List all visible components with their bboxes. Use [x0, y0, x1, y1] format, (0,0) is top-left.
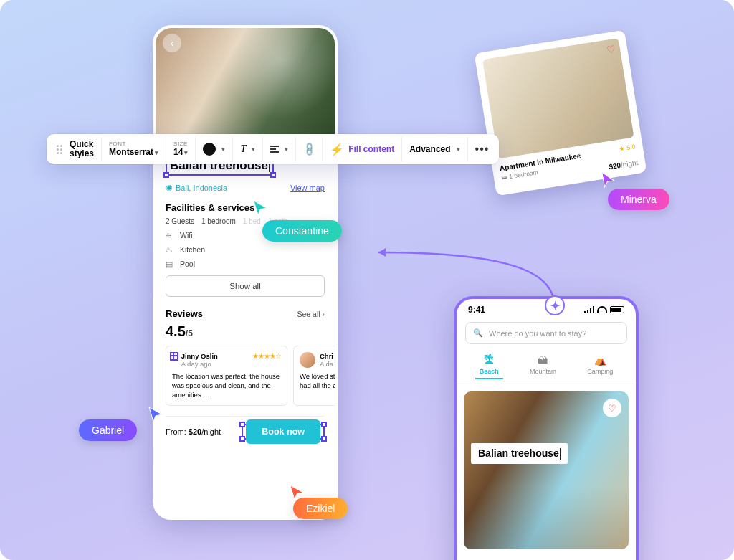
pool-icon: ▤: [166, 260, 174, 268]
chip-guests: 2 Guests: [166, 217, 194, 225]
review-time: A da: [320, 360, 333, 368]
bolt-icon: ✦: [550, 299, 560, 313]
review-card[interactable]: Chri A da We loved sta had all the a: [293, 346, 338, 406]
amenity-kitchen: ♨Kitchen: [166, 245, 325, 254]
favorite-button[interactable]: ♡: [603, 399, 621, 417]
phone-mockup-search: 9:41 🔍 Where do you want to stay? 🏝 Beac…: [454, 296, 639, 560]
amenity-pool: ▤Pool: [166, 260, 325, 268]
search-placeholder: Where do you want to stay?: [489, 329, 586, 338]
advanced-button[interactable]: Advanced: [409, 144, 450, 154]
listing-card-tilted[interactable]: ♡ Apartment in Milwaukee 🛏 1 bedroom ★ 5…: [475, 30, 647, 196]
camping-icon: ⛺: [594, 354, 606, 366]
see-all-link[interactable]: See all ›: [297, 310, 325, 318]
price-label: From: $20/night: [166, 427, 221, 436]
battery-icon: [610, 306, 624, 313]
search-input[interactable]: 🔍 Where do you want to stay?: [465, 322, 627, 344]
avatar: [300, 352, 315, 368]
review-author: Jinny Oslin: [181, 352, 218, 360]
chip-bed: 1 bed: [243, 217, 261, 225]
search-icon: 🔍: [473, 328, 483, 338]
listing-card-title: Balian treehouse: [471, 443, 568, 464]
kitchen-icon: ♨: [166, 245, 174, 254]
status-time: 9:41: [468, 305, 485, 315]
show-all-button[interactable]: Show all: [166, 275, 325, 297]
wifi-icon: [597, 306, 607, 313]
text-align-button[interactable]: [270, 146, 279, 153]
review-author: Chri: [320, 352, 333, 360]
review-text: The location was perfect, the house was …: [172, 372, 281, 399]
back-button[interactable]: ‹: [163, 34, 181, 52]
chevron-down-icon: ▾: [252, 146, 255, 153]
font-size-input[interactable]: 14: [173, 147, 183, 157]
quick-styles-button[interactable]: Quick styles: [70, 140, 94, 158]
book-now-selection[interactable]: Book now: [242, 424, 325, 440]
wifi-icon: ≋: [166, 231, 174, 239]
view-map-link[interactable]: View map: [290, 184, 325, 192]
listing-card-image: ♡: [482, 38, 634, 158]
chevron-down-icon: ▾: [285, 146, 288, 153]
review-card[interactable]: Jinny Oslin A day ago ★★★★☆ The location…: [166, 346, 287, 406]
book-now-button[interactable]: Book now: [246, 419, 320, 444]
phone-mockup-detail: 9:41 ‹ ▣ 24 Balian treehouse ◉: [153, 25, 338, 520]
link-button[interactable]: 🔗: [301, 141, 317, 157]
fill-content-button[interactable]: Fill content: [348, 144, 394, 154]
pin-icon: ◉: [166, 183, 173, 192]
beach-icon: 🏝: [484, 354, 494, 366]
star-rating-icon: ★★★★☆: [252, 352, 281, 360]
tab-beach[interactable]: 🏝 Beach: [475, 351, 503, 379]
location-label: Bali, Indonesia: [176, 184, 227, 192]
heart-icon: ♡: [608, 403, 616, 414]
listing-card-image[interactable]: ♡ Balian treehouse: [464, 391, 629, 549]
user-badge-minerva[interactable]: Minerva: [608, 189, 669, 210]
category-tabs: 🏝 Beach 🏔 Mountain ⛺ Camping: [457, 351, 636, 384]
favorite-button[interactable]: ♡: [606, 43, 616, 56]
font-select[interactable]: Montserrat: [109, 147, 153, 157]
more-button[interactable]: •••: [475, 143, 490, 156]
rating-score: 4.5/5: [166, 323, 325, 340]
color-swatch[interactable]: ▾: [196, 137, 233, 161]
hero-image: 9:41 ‹ ▣ 24: [156, 25, 335, 137]
chevron-down-icon: ▾: [184, 149, 188, 156]
toolbar-drag-handle[interactable]: Quick styles: [49, 137, 102, 161]
user-badge-constantine[interactable]: Constantine: [262, 220, 342, 242]
signal-icon: [584, 306, 594, 313]
flow-node[interactable]: ✦: [545, 295, 565, 315]
user-badge-gabriel[interactable]: Gabriel: [79, 419, 137, 441]
listing-card-price: $20/night: [609, 158, 639, 171]
chevron-down-icon: ▾: [221, 146, 225, 153]
chevron-down-icon: ▾: [155, 149, 158, 156]
listing-location[interactable]: ◉ Bali, Indonesia: [166, 183, 227, 192]
chevron-down-icon: ▾: [457, 146, 460, 153]
facilities-header: Facilities & services: [166, 202, 325, 213]
text-format-button[interactable]: T: [240, 143, 246, 155]
text-style-toolbar: Quick styles FONT Montserrat▾ SIZE 14▾ ▾…: [47, 134, 499, 164]
mountain-icon: 🏔: [538, 354, 548, 366]
review-text: We loved sta had all the a: [300, 372, 338, 391]
review-time: A day ago: [181, 360, 218, 368]
tab-camping[interactable]: ⛺ Camping: [583, 351, 617, 379]
design-canvas[interactable]: Quick styles FONT Montserrat▾ SIZE 14▾ ▾…: [0, 0, 734, 560]
tab-mountain[interactable]: 🏔 Mountain: [525, 351, 561, 379]
chip-bedroom: 1 bedroom: [201, 217, 236, 225]
listing-card-rating: ★ 5.0: [606, 143, 636, 154]
status-bar: 9:41: [156, 25, 335, 27]
bolt-icon: ⚡: [330, 143, 344, 156]
reviews-header: Reviews: [166, 308, 203, 319]
